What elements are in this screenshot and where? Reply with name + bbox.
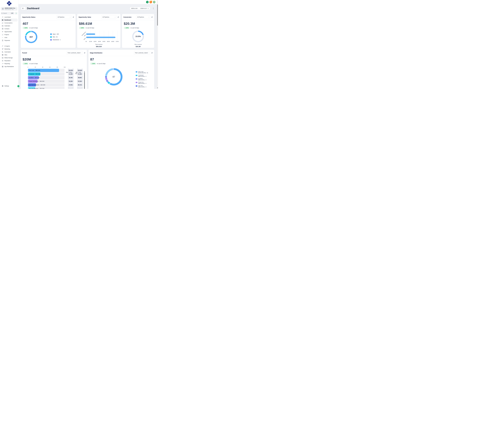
cumulative-cell: 36.78%	[68, 76, 74, 79]
funnel-row[interactable]: New Lead$85.01M 100.00% 100.00%	[23, 69, 85, 72]
search-input[interactable]: Search ctrlK	[1, 12, 14, 15]
pipeline-select-value: Park Landmark_SalesPip...	[135, 52, 148, 53]
quick-actions-button[interactable]	[15, 12, 18, 15]
conversion-total: $20.3M	[124, 22, 153, 26]
sidebar-item-automation[interactable]: Automation	[1, 51, 18, 53]
sliders-icon[interactable]	[84, 52, 85, 54]
sidebar-item-label: App Marketplace	[4, 66, 14, 67]
legend-swatch	[136, 75, 137, 76]
sidebar-item-calendars[interactable]: Calendars	[1, 24, 18, 27]
notifications-button[interactable]	[150, 1, 152, 3]
paper-plane-icon	[2, 48, 3, 50]
status-legend: Open - 325 Won - 81 Abandoned - 1	[50, 34, 61, 41]
delta-badge: ↑ 100%	[79, 27, 85, 29]
app-window: [DEMO] DAMAC Dev... Johannesburg, Joha..…	[0, 0, 158, 89]
sliders-icon[interactable]	[151, 16, 153, 18]
sidebar-item-label: Calendars	[4, 25, 10, 26]
image-icon	[2, 57, 3, 59]
avatar-initials: VK	[153, 1, 155, 3]
funnel-row[interactable]: Contacted$34.01M 41.38% 41.38%	[23, 72, 85, 76]
pipeline-select[interactable]: Park Landmark_SalesPip... ▾	[134, 51, 150, 55]
sidebar-item-opportunities[interactable]: Opportunities	[1, 30, 18, 33]
total-revenue-value: $86.61M	[79, 46, 119, 47]
sidebar-item-launchpad[interactable]: Launchpad	[1, 16, 18, 18]
legend-swatch	[50, 34, 52, 35]
chevron-down-icon: ▾	[81, 52, 82, 53]
cumulative-cell: 41.38%	[68, 72, 74, 76]
layout-switcher-button[interactable]: ▾	[21, 7, 26, 10]
scrollbar-thumb[interactable]	[84, 72, 85, 89]
y-axis-label: Open	[83, 37, 86, 40]
delta-note: vs Last 31 Days	[97, 63, 105, 64]
sidebar-item-label: Sites	[4, 54, 7, 56]
page-scrollbar[interactable]	[157, 0, 158, 89]
sidebar-item-dashboard[interactable]: Dashboard	[1, 18, 18, 21]
sidebar-item-conversations[interactable]: Conversations	[1, 21, 18, 24]
search-placeholder: Search	[3, 13, 10, 14]
sidebar-item-app-marketplace[interactable]: App Marketplace	[1, 65, 18, 68]
bar-open	[86, 37, 115, 38]
gear-icon	[2, 85, 3, 87]
arrow-right-icon: →	[138, 8, 140, 9]
sidebar-item-settings[interactable]: Settings	[1, 85, 18, 87]
scroll-up-arrow-icon[interactable]	[84, 71, 85, 72]
gauge-center-value: 19.9%	[132, 31, 144, 42]
next-step-cell: 100.00%	[77, 69, 83, 72]
sidebar-item-sites[interactable]: Sites	[1, 53, 18, 56]
account-switcher[interactable]: [DEMO] DAMAC Dev... Johannesburg, Joha..…	[1, 7, 18, 11]
sidebar-item-contacts[interactable]: Contacts	[1, 27, 18, 30]
sidebar-item-projects[interactable]: Projects	[1, 33, 18, 36]
pipeline-select[interactable]: All Pipelines ▾	[56, 15, 72, 19]
sidebar-collapse-button[interactable]: ❮	[17, 85, 19, 87]
legend-item: Project Int...$4M (4.60%) - 4	[136, 82, 152, 84]
funnel-row[interactable]: Qualified$30.01M 36.78% 88.89%	[23, 76, 85, 79]
sidebar-item-units[interactable]: Units	[1, 36, 18, 39]
sliders-icon[interactable]	[117, 16, 119, 18]
pipeline-select-value: All Pipelines	[137, 17, 148, 18]
date-start: 2025-12-16	[131, 8, 137, 9]
user-avatar[interactable]: VK	[153, 1, 155, 3]
stage-distribution-card: Stage Distribution Park Landmark_SalesPi…	[88, 50, 154, 89]
sidebar-item-label: Settings	[4, 85, 9, 87]
phone-button[interactable]	[146, 1, 149, 3]
cumulative-cell: 32.18%	[68, 79, 74, 83]
sidebar-item-label: Units	[4, 37, 7, 38]
sidebar-item-reputation[interactable]: Reputation	[1, 59, 18, 62]
scrollbar-thumb[interactable]	[157, 4, 158, 26]
sliders-icon[interactable]	[151, 52, 153, 54]
cumulative-cell: 100.00%	[68, 69, 74, 72]
sidebar-item-ai-agents[interactable]: AI Agents	[1, 45, 18, 48]
page-title: Dashboard	[27, 7, 39, 10]
trending-up-icon	[2, 63, 3, 64]
value-total: $86.61M	[79, 22, 119, 26]
buildings-icon	[2, 34, 3, 35]
sidebar-item-label: Payments	[4, 40, 10, 41]
date-range-picker[interactable]: 2025-12-16 → 2026-01-15	[130, 7, 150, 10]
value-bar-chart: Abandoned Won Open	[86, 31, 117, 40]
sidebar-item-marketing[interactable]: Marketing	[1, 48, 18, 51]
sidebar-item-media-storage[interactable]: Media Storage	[1, 56, 18, 59]
funnel-row[interactable]: Site Visit Attended$20.01M	[23, 87, 85, 89]
scroll-down-arrow-icon[interactable]	[157, 87, 158, 88]
sidebar-item-label: Reporting	[4, 63, 10, 64]
delta-badge: ↑ 100%	[90, 62, 96, 65]
pipeline-select[interactable]: All Pipelines ▾	[136, 15, 150, 19]
more-options-button[interactable]	[153, 7, 154, 9]
sidebar-item-reporting[interactable]: Reporting	[1, 62, 18, 65]
card-title: Opportunity Value	[79, 16, 91, 18]
funnel-row[interactable]: Project Introduced$26.01M 32.18% 87.50%	[23, 80, 85, 83]
funnel-scrollbar[interactable]	[84, 71, 85, 89]
sidebar-item-payments[interactable]: Payments	[1, 39, 18, 42]
stage-total: 87	[90, 58, 153, 61]
pipeline-select[interactable]: Park Landmark_SalesPip... ▾	[67, 51, 83, 55]
card-title: Funnel	[22, 52, 27, 54]
funnel-row[interactable]: Site Visit Scheduled$22.01M 27.59% 85.71…	[23, 83, 85, 87]
sidebar-item-label: Marketing	[4, 48, 10, 50]
pipeline-select[interactable]: All Pipelines ▾	[101, 15, 117, 19]
funnel-x-axis: 0 20 40 60 80 100	[28, 67, 64, 68]
sidebar-item-label: Media Storage	[4, 57, 13, 59]
legend-swatch	[136, 71, 137, 72]
pipeline-select-value: All Pipelines	[58, 17, 69, 18]
opportunity-status-card: Opportunity Status All Pipelines ▾ 407	[21, 14, 76, 48]
sliders-icon[interactable]	[72, 16, 74, 18]
